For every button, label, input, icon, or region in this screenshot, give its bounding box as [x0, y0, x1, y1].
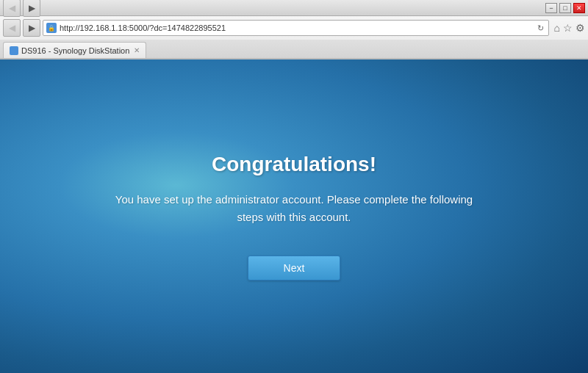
title-bar: ◀ ▶ − □ ✕: [0, 0, 588, 16]
browser-chrome: ◀ ▶ 🔒 http://192.168.1.18:5000/?dc=14748…: [0, 16, 588, 59]
minimize-button[interactable]: −: [545, 3, 557, 13]
description-line2: steps with this account.: [237, 211, 351, 223]
tab-close-button[interactable]: ✕: [134, 46, 140, 54]
close-button[interactable]: ✕: [573, 3, 585, 13]
congratulations-title: Congratulations!: [212, 153, 376, 176]
title-bar-left: ◀ ▶: [3, 0, 40, 17]
home-icon[interactable]: ⌂: [554, 22, 560, 34]
tab-bar: DS916 - Synology DiskStation ✕: [0, 40, 588, 59]
congratulations-text: You have set up the administrator accoun…: [115, 191, 473, 226]
refresh-button[interactable]: ↻: [536, 23, 545, 33]
nav-icons: ⌂ ☆ ⚙: [554, 22, 585, 34]
back-button[interactable]: ◀: [3, 0, 21, 17]
next-button[interactable]: Next: [248, 256, 341, 280]
forward-nav-button[interactable]: ▶: [23, 19, 40, 37]
address-favicon: 🔒: [46, 23, 57, 33]
tab-favicon: [10, 46, 18, 55]
address-text: http://192.168.1.18:5000/?dc=14748228955…: [60, 23, 533, 32]
forward-button[interactable]: ▶: [23, 0, 40, 17]
active-tab[interactable]: DS916 - Synology DiskStation ✕: [3, 42, 146, 58]
address-bar[interactable]: 🔒 http://192.168.1.18:5000/?dc=147482289…: [43, 20, 549, 36]
main-content: Congratulations! You have set up the adm…: [0, 59, 588, 373]
tab-title: DS916 - Synology DiskStation: [21, 46, 129, 55]
nav-bar: ◀ ▶ 🔒 http://192.168.1.18:5000/?dc=14748…: [0, 16, 588, 40]
settings-icon[interactable]: ⚙: [576, 22, 585, 34]
window-controls: − □ ✕: [545, 3, 585, 13]
maximize-button[interactable]: □: [559, 3, 571, 13]
back-nav-button[interactable]: ◀: [3, 19, 21, 37]
star-icon[interactable]: ☆: [563, 22, 573, 34]
description-line1: You have set up the administrator accoun…: [115, 193, 473, 206]
